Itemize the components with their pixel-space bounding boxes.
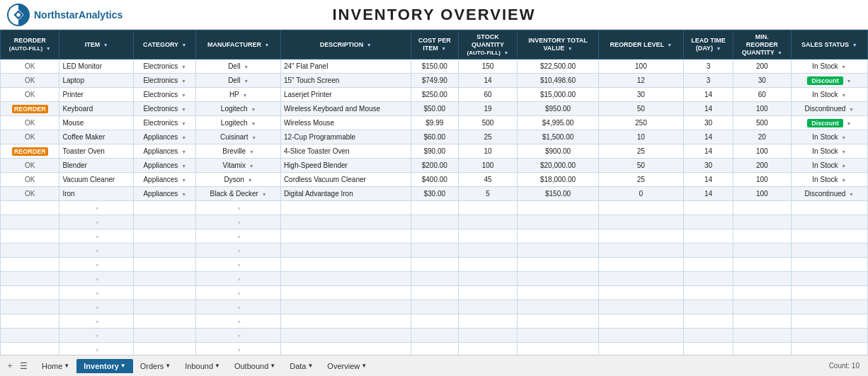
manufacturer-dropdown-icon[interactable]: ▼ [251,121,256,126]
col-category[interactable]: CATEGORY ▼ [134,30,196,59]
empty-dropdown[interactable]: ▼ [236,319,241,324]
status-dropdown-icon[interactable]: ▼ [849,192,854,197]
empty-dropdown[interactable]: ▼ [95,348,100,353]
empty-dropdown[interactable]: ▼ [236,291,241,296]
cell-empty [411,343,458,355]
cell-empty [134,314,196,329]
tab-arrow-icon: ▼ [270,363,275,369]
empty-dropdown[interactable]: ▼ [95,305,100,310]
empty-dropdown[interactable]: ▼ [95,277,100,282]
status-dropdown-icon[interactable]: ▼ [849,107,854,112]
cell-lead-time: 3 [683,74,733,88]
cell-empty [280,244,411,258]
tab-orders[interactable]: Orders ▼ [133,359,178,373]
category-dropdown-icon[interactable]: ▼ [181,107,186,112]
cell-empty [411,314,458,329]
col-reorder-level[interactable]: REORDER LEVEL ▼ [598,30,683,59]
tab-home[interactable]: Home ▼ [35,359,76,373]
cell-empty [791,258,867,272]
cell-empty [791,244,867,258]
empty-dropdown[interactable]: ▼ [95,234,100,239]
tab-inbound[interactable]: Inbound ▼ [178,359,227,373]
category-dropdown-icon[interactable]: ▼ [181,64,186,69]
empty-dropdown[interactable]: ▼ [95,249,100,253]
category-dropdown-icon[interactable]: ▼ [181,178,186,183]
empty-dropdown[interactable]: ▼ [236,305,241,310]
empty-dropdown[interactable]: ▼ [236,334,241,338]
col-qty[interactable]: STOCKQUANTITY(auto-fill) ▼ [458,30,517,59]
status-dropdown-icon[interactable]: ▼ [841,149,846,154]
cell-reorder-level: 30 [598,88,683,102]
empty-dropdown[interactable]: ▼ [95,319,100,324]
tab-overview[interactable]: Overview ▼ [320,359,374,373]
category-dropdown-icon[interactable]: ▼ [181,135,186,140]
manufacturer-dropdown-icon[interactable]: ▼ [242,93,247,98]
menu-icon[interactable]: ☰ [18,360,29,372]
empty-dropdown[interactable]: ▼ [95,206,100,211]
table-row: OKLaptopElectronics ▼Dell ▼15" Touch Scr… [1,74,868,88]
empty-dropdown[interactable]: ▼ [95,220,100,225]
status-dropdown-icon[interactable]: ▼ [846,121,851,126]
manufacturer-dropdown-icon[interactable]: ▼ [249,149,254,154]
tab-outbound[interactable]: Outbound ▼ [227,359,282,373]
empty-dropdown[interactable]: ▼ [236,220,241,225]
col-sales-status[interactable]: SALES STATUS ▼ [791,30,867,59]
col-min-reorder[interactable]: MIN.REORDERQUANTITY ▼ [733,30,791,59]
col-cost[interactable]: COST PERITEM ▼ [411,30,458,59]
empty-dropdown[interactable]: ▼ [236,348,241,353]
manufacturer-dropdown-icon[interactable]: ▼ [248,178,253,183]
manufacturer-dropdown-icon[interactable]: ▼ [251,107,256,112]
manufacturer-dropdown-icon[interactable]: ▼ [249,164,254,169]
col-reorder[interactable]: REORDER(auto-fill) ▼ [1,30,59,59]
tab-data[interactable]: Data ▼ [282,359,320,373]
add-sheet-icon[interactable]: ＋ [4,358,16,373]
category-dropdown-icon[interactable]: ▼ [181,79,186,84]
manufacturer-dropdown-icon[interactable]: ▼ [244,64,249,69]
empty-dropdown[interactable]: ▼ [236,206,241,211]
table-row-empty: ▼ ▼ [1,215,868,229]
manufacturer-dropdown-icon[interactable]: ▼ [262,192,267,197]
status-dropdown-icon[interactable]: ▼ [841,178,846,183]
status-dropdown-icon[interactable]: ▼ [841,93,846,98]
cell-qty: 14 [458,74,517,88]
reorder-badge: REORDER [12,147,48,156]
category-dropdown-icon[interactable]: ▼ [181,121,186,126]
status-dropdown-icon[interactable]: ▼ [846,79,851,84]
col-manufacturer[interactable]: MANUFACTURER ▼ [196,30,281,59]
tab-inventory[interactable]: Inventory ▼ [76,359,132,373]
status-dropdown-icon[interactable]: ▼ [841,164,846,169]
category-dropdown-icon[interactable]: ▼ [181,149,186,154]
empty-dropdown[interactable]: ▼ [95,263,100,268]
svg-point-0 [16,13,20,16]
cell-reorder-level: 10 [598,130,683,144]
cell-item: Vacuum Cleaner [59,173,134,187]
cell-empty: ▼ [59,272,134,286]
empty-dropdown[interactable]: ▼ [236,277,241,282]
category-dropdown-icon[interactable]: ▼ [181,164,186,169]
manufacturer-dropdown-icon[interactable]: ▼ [251,135,256,140]
cell-manufacturer: Dell ▼ [196,59,281,74]
empty-dropdown[interactable]: ▼ [236,249,241,253]
cell-description: Wireless Keyboard and Mouse [280,102,411,116]
col-inv-total[interactable]: INVENTORY TOTALVALUE ▼ [518,30,599,59]
category-dropdown-icon[interactable]: ▼ [181,192,186,197]
empty-dropdown[interactable]: ▼ [236,234,241,239]
col-item[interactable]: ITEM ▼ [59,30,134,59]
empty-dropdown[interactable]: ▼ [236,263,241,268]
empty-dropdown[interactable]: ▼ [95,334,100,338]
status-dropdown-icon[interactable]: ▼ [841,135,846,140]
cell-empty [134,343,196,355]
tab-label: Orders [140,362,164,370]
category-dropdown-icon[interactable]: ▼ [181,93,186,98]
empty-dropdown[interactable]: ▼ [95,291,100,296]
cell-cost: $9.99 [411,116,458,130]
col-lead-time[interactable]: LEAD TIME(DAY) ▼ [683,30,733,59]
cell-empty [411,229,458,244]
cell-item: Printer [59,88,134,102]
col-description[interactable]: DESCRIPTION ▼ [280,30,411,59]
cell-cost: $749.90 [411,74,458,88]
table-row: OKIronAppliances ▼Black & Decker ▼Digita… [1,187,868,201]
cell-inv-total: $950.00 [518,102,599,116]
status-dropdown-icon[interactable]: ▼ [841,64,846,69]
manufacturer-dropdown-icon[interactable]: ▼ [244,79,249,84]
